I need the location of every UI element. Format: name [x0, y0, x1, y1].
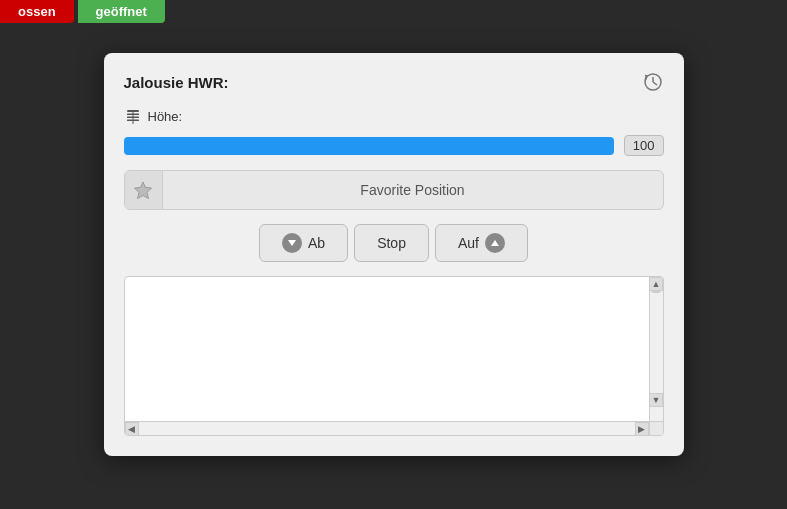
- log-textarea[interactable]: ▲ ▼ ◀ ▶: [124, 276, 664, 436]
- star-icon: [125, 171, 163, 209]
- hoehe-row: Höhe:: [124, 107, 664, 125]
- favorite-position-label: Favorite Position: [163, 182, 663, 198]
- slider-value: 100: [624, 135, 664, 156]
- action-buttons-row: Ab Stop Auf: [124, 224, 664, 262]
- ab-label: Ab: [308, 235, 325, 251]
- modal-dialog: Jalousie HWR:: [104, 53, 684, 456]
- ab-button[interactable]: Ab: [259, 224, 348, 262]
- svg-marker-9: [288, 240, 296, 246]
- stop-button[interactable]: Stop: [354, 224, 429, 262]
- svg-marker-8: [135, 182, 152, 199]
- svg-line-2: [653, 82, 657, 85]
- favorite-position-button[interactable]: Favorite Position: [124, 170, 664, 210]
- auf-label: Auf: [458, 235, 479, 251]
- horizontal-scrollbar[interactable]: ◀ ▶: [125, 421, 649, 435]
- modal-title: Jalousie HWR:: [124, 74, 229, 91]
- scrollbar-down-arrow[interactable]: ▼: [649, 393, 663, 407]
- scrollbar-corner: [649, 421, 663, 435]
- hoehe-label: Höhe:: [148, 109, 183, 124]
- modal-overlay: Jalousie HWR:: [0, 0, 787, 509]
- blind-icon: [124, 107, 142, 125]
- scrollbar-up-arrow[interactable]: ▲: [649, 277, 663, 291]
- svg-marker-10: [491, 240, 499, 246]
- vertical-scrollbar[interactable]: ▲ ▼: [649, 277, 663, 421]
- ab-icon: [282, 233, 302, 253]
- height-slider[interactable]: [124, 137, 614, 155]
- auf-button[interactable]: Auf: [435, 224, 528, 262]
- slider-row: 100: [124, 135, 664, 156]
- auf-icon: [485, 233, 505, 253]
- scrollbar-right-arrow[interactable]: ▶: [635, 422, 649, 436]
- scrollbar-left-arrow[interactable]: ◀: [125, 422, 139, 436]
- history-icon[interactable]: [642, 71, 664, 93]
- stop-label: Stop: [377, 235, 406, 251]
- modal-header: Jalousie HWR:: [124, 71, 664, 93]
